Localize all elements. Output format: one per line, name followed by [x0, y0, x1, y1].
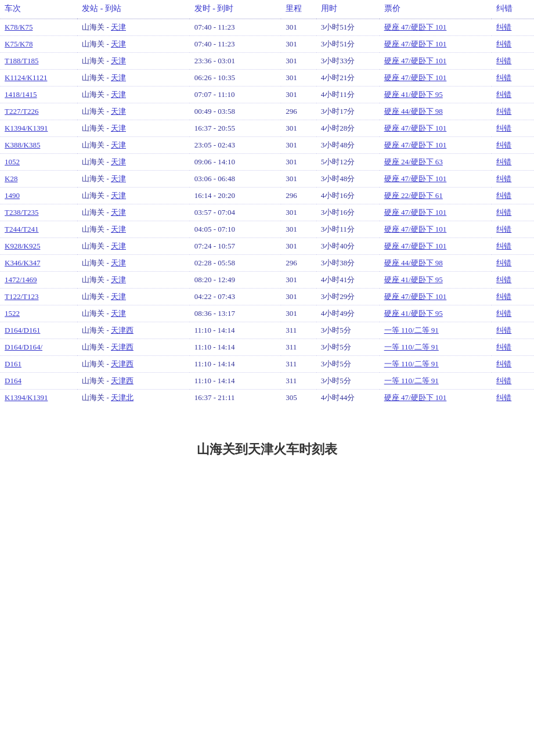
- header-train[interactable]: 车次: [0, 0, 77, 19]
- train-error[interactable]: 纠错: [492, 339, 534, 356]
- train-price[interactable]: 硬座 44/硬卧下 98: [380, 255, 492, 272]
- train-link[interactable]: T122/T123: [5, 292, 39, 301]
- train-number[interactable]: T227/T226: [0, 103, 77, 120]
- train-link[interactable]: K75/K78: [5, 39, 33, 48]
- train-error[interactable]: 纠错: [492, 238, 534, 255]
- to-station-link[interactable]: 天津西: [111, 359, 134, 368]
- price-link[interactable]: 硬座 47/硬卧下 101: [384, 56, 447, 65]
- train-price[interactable]: 一等 110/二等 91: [380, 373, 492, 390]
- header-station[interactable]: 发站 - 到站: [77, 0, 190, 19]
- price-link[interactable]: 硬座 47/硬卧下 101: [384, 208, 447, 217]
- train-price[interactable]: 硬座 41/硬卧下 95: [380, 305, 492, 322]
- to-station-link[interactable]: 天津西: [111, 326, 134, 334]
- to-station-link[interactable]: 天津: [111, 23, 126, 31]
- price-link[interactable]: 一等 110/二等 91: [384, 326, 439, 334]
- error-link[interactable]: 纠错: [496, 174, 511, 183]
- to-station-link[interactable]: 天津北: [111, 393, 134, 402]
- train-error[interactable]: 纠错: [492, 390, 534, 406]
- error-link[interactable]: 纠错: [496, 191, 511, 200]
- train-number[interactable]: K1394/K1391: [0, 390, 77, 406]
- train-link[interactable]: K388/K385: [5, 141, 40, 149]
- train-link[interactable]: 1418/1415: [5, 90, 37, 99]
- train-link[interactable]: T238/T235: [5, 208, 39, 217]
- header-distance[interactable]: 里程: [281, 0, 316, 19]
- price-link[interactable]: 一等 110/二等 91: [384, 359, 439, 368]
- price-link[interactable]: 硬座 47/硬卧下 101: [384, 39, 447, 48]
- train-error[interactable]: 纠错: [492, 255, 534, 272]
- to-station-link[interactable]: 天津: [111, 309, 126, 318]
- train-price[interactable]: 硬座 47/硬卧下 101: [380, 238, 492, 255]
- to-station-link[interactable]: 天津: [111, 225, 126, 233]
- train-price[interactable]: 硬座 47/硬卧下 101: [380, 171, 492, 188]
- train-error[interactable]: 纠错: [492, 70, 534, 87]
- to-station-link[interactable]: 天津: [111, 73, 126, 82]
- price-link[interactable]: 硬座 47/硬卧下 101: [384, 225, 447, 233]
- error-link[interactable]: 纠错: [496, 141, 511, 149]
- train-link[interactable]: K78/K75: [5, 23, 33, 31]
- price-link[interactable]: 硬座 47/硬卧下 101: [384, 23, 447, 31]
- header-price[interactable]: 票价: [380, 0, 492, 19]
- train-link[interactable]: K1394/K1391: [5, 393, 48, 402]
- train-link[interactable]: 1522: [5, 309, 20, 318]
- train-number[interactable]: K78/K75: [0, 19, 77, 36]
- train-price[interactable]: 硬座 24/硬卧下 63: [380, 154, 492, 171]
- train-error[interactable]: 纠错: [492, 36, 534, 53]
- error-link[interactable]: 纠错: [496, 73, 511, 82]
- train-link[interactable]: 1052: [5, 157, 20, 166]
- to-station-link[interactable]: 天津: [111, 275, 126, 284]
- train-link[interactable]: 1472/1469: [5, 275, 37, 284]
- train-number[interactable]: 1522: [0, 305, 77, 322]
- price-link[interactable]: 硬座 47/硬卧下 101: [384, 393, 447, 402]
- price-link[interactable]: 硬座 22/硬卧下 61: [384, 191, 443, 200]
- train-error[interactable]: 纠错: [492, 322, 534, 339]
- train-link[interactable]: D161: [5, 359, 21, 368]
- train-number[interactable]: K75/K78: [0, 36, 77, 53]
- error-link[interactable]: 纠错: [496, 275, 511, 284]
- train-number[interactable]: D164/D161: [0, 322, 77, 339]
- price-link[interactable]: 硬座 47/硬卧下 101: [384, 174, 447, 183]
- train-price[interactable]: 硬座 47/硬卧下 101: [380, 70, 492, 87]
- to-station-link[interactable]: 天津: [111, 258, 126, 267]
- error-link[interactable]: 纠错: [496, 258, 511, 267]
- price-link[interactable]: 硬座 47/硬卧下 101: [384, 242, 447, 250]
- header-duration[interactable]: 用时: [316, 0, 380, 19]
- error-link[interactable]: 纠错: [496, 309, 511, 318]
- error-link[interactable]: 纠错: [496, 208, 511, 217]
- train-number[interactable]: T188/T185: [0, 53, 77, 70]
- to-station-link[interactable]: 天津: [111, 292, 126, 301]
- train-number[interactable]: K28: [0, 171, 77, 188]
- error-link[interactable]: 纠错: [496, 107, 511, 116]
- train-number[interactable]: K928/K925: [0, 238, 77, 255]
- train-link[interactable]: K928/K925: [5, 242, 40, 250]
- train-error[interactable]: 纠错: [492, 221, 534, 238]
- error-link[interactable]: 纠错: [496, 157, 511, 166]
- to-station-link[interactable]: 天津: [111, 90, 126, 99]
- price-link[interactable]: 硬座 41/硬卧下 95: [384, 275, 443, 284]
- price-link[interactable]: 硬座 47/硬卧下 101: [384, 292, 447, 301]
- price-link[interactable]: 硬座 44/硬卧下 98: [384, 107, 443, 116]
- train-price[interactable]: 硬座 44/硬卧下 98: [380, 103, 492, 120]
- train-number[interactable]: T238/T235: [0, 204, 77, 221]
- train-price[interactable]: 硬座 41/硬卧下 95: [380, 87, 492, 103]
- train-price[interactable]: 一等 110/二等 91: [380, 322, 492, 339]
- train-link[interactable]: K1394/K1391: [5, 124, 48, 132]
- train-number[interactable]: D161: [0, 356, 77, 373]
- train-price[interactable]: 一等 110/二等 91: [380, 356, 492, 373]
- error-link[interactable]: 纠错: [496, 56, 511, 65]
- train-error[interactable]: 纠错: [492, 103, 534, 120]
- price-link[interactable]: 一等 110/二等 91: [384, 343, 439, 351]
- train-error[interactable]: 纠错: [492, 137, 534, 154]
- train-error[interactable]: 纠错: [492, 154, 534, 171]
- error-link[interactable]: 纠错: [496, 39, 511, 48]
- train-number[interactable]: K1124/K1121: [0, 70, 77, 87]
- train-price[interactable]: 硬座 41/硬卧下 95: [380, 272, 492, 289]
- error-link[interactable]: 纠错: [496, 242, 511, 250]
- train-error[interactable]: 纠错: [492, 272, 534, 289]
- train-number[interactable]: 1418/1415: [0, 87, 77, 103]
- error-link[interactable]: 纠错: [496, 124, 511, 132]
- price-link[interactable]: 硬座 47/硬卧下 101: [384, 141, 447, 149]
- train-price[interactable]: 硬座 47/硬卧下 101: [380, 120, 492, 137]
- train-link[interactable]: K28: [5, 174, 17, 183]
- price-link[interactable]: 硬座 47/硬卧下 101: [384, 124, 447, 132]
- to-station-link[interactable]: 天津: [111, 56, 126, 65]
